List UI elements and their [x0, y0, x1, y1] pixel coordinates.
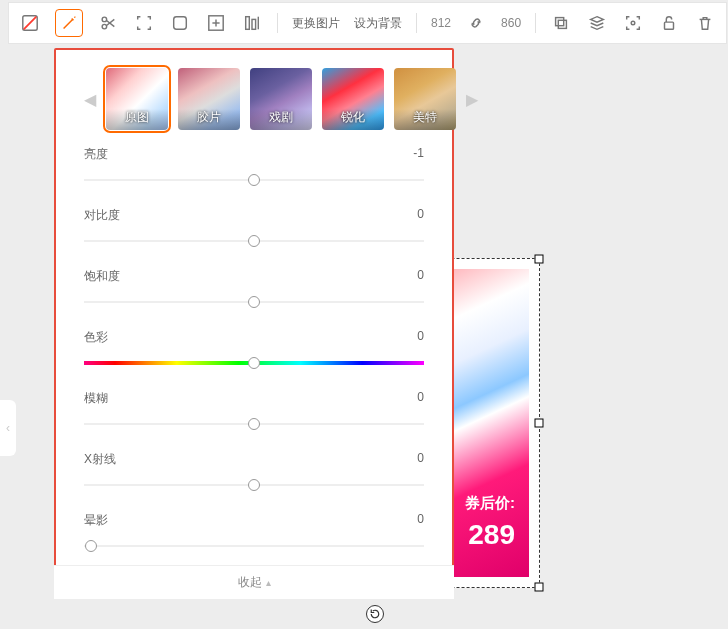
resize-handle-top-right[interactable] [535, 255, 544, 264]
slider-row: 饱和度0 [84, 268, 424, 313]
slider-value: 0 [417, 207, 424, 224]
slider-row: 对比度0 [84, 207, 424, 252]
toolbar-separator [535, 13, 536, 33]
svg-rect-10 [558, 20, 566, 28]
lock-icon[interactable] [658, 12, 680, 34]
slider-label: 对比度 [84, 207, 120, 224]
preset-prev-icon[interactable]: ◀ [84, 90, 96, 109]
rounded-rect-icon[interactable] [169, 12, 191, 34]
preset-thumb[interactable]: 胶片 [178, 68, 240, 130]
slider-label: 晕影 [84, 512, 108, 529]
image-toolbar: 更换图片 设为背景 812 860 [8, 2, 727, 44]
slider-row: X射线0 [84, 451, 424, 496]
svg-line-1 [24, 17, 37, 30]
slider-value: 0 [417, 451, 424, 468]
toolbar-separator [277, 13, 278, 33]
toolbar-separator [416, 13, 417, 33]
preset-thumb[interactable]: 美特 [394, 68, 456, 130]
slider-track[interactable] [84, 169, 424, 191]
chevron-up-icon: ▴ [266, 577, 271, 588]
slider-handle[interactable] [248, 296, 260, 308]
preset-thumb[interactable]: 原图 [106, 68, 168, 130]
delete-icon[interactable] [694, 12, 716, 34]
slider-row: 模糊0 [84, 390, 424, 435]
height-readout[interactable]: 860 [501, 16, 521, 30]
slider-row: 色彩0 [84, 329, 424, 374]
slider-track[interactable] [84, 352, 424, 374]
rotate-handle[interactable] [366, 605, 384, 623]
slider-line [84, 546, 424, 547]
svg-rect-12 [665, 22, 674, 29]
crop-cut-icon[interactable] [97, 12, 119, 34]
slider-handle[interactable] [248, 174, 260, 186]
resize-handle-mid-right[interactable] [535, 419, 544, 428]
align-distribute-icon[interactable] [241, 12, 263, 34]
focus-frame-icon[interactable] [622, 12, 644, 34]
side-drawer-tab[interactable]: ‹ [0, 400, 16, 456]
svg-rect-4 [174, 17, 187, 30]
preset-thumb-label: 原图 [106, 109, 168, 130]
svg-rect-6 [246, 17, 250, 30]
slider-handle[interactable] [85, 540, 97, 552]
slider-label: 饱和度 [84, 268, 120, 285]
svg-rect-7 [252, 19, 256, 29]
canvas-area[interactable]: 券后价: 289 ‹ [0, 0, 728, 629]
slider-value: 0 [417, 329, 424, 346]
slider-value: 0 [417, 390, 424, 407]
slider-handle[interactable] [248, 479, 260, 491]
slider-value: 0 [417, 268, 424, 285]
filter-panel: ◀ 原图胶片戏剧锐化美特 ▶ 亮度-1对比度0饱和度0色彩0模糊0X射线0晕影0… [54, 48, 454, 599]
preset-thumb-label: 美特 [394, 109, 456, 130]
no-style-icon[interactable] [19, 12, 41, 34]
layers-icon[interactable] [586, 12, 608, 34]
set-background-button[interactable]: 设为背景 [354, 15, 402, 32]
stretch-fill-icon[interactable] [205, 12, 227, 34]
slider-label: 色彩 [84, 329, 108, 346]
collapse-label: 收起 [238, 575, 262, 589]
slider-track[interactable] [84, 230, 424, 252]
slider-label: 亮度 [84, 146, 108, 163]
preset-thumb-label: 胶片 [178, 109, 240, 130]
link-dimensions-icon[interactable] [465, 12, 487, 34]
preset-thumb[interactable]: 戏剧 [250, 68, 312, 130]
slider-label: 模糊 [84, 390, 108, 407]
svg-rect-9 [556, 18, 564, 26]
slider-track[interactable] [84, 291, 424, 313]
preset-thumb[interactable]: 锐化 [322, 68, 384, 130]
slider-track[interactable] [84, 474, 424, 496]
slider-value: -1 [413, 146, 424, 163]
replace-image-button[interactable]: 更换图片 [292, 15, 340, 32]
duplicate-icon[interactable] [550, 12, 572, 34]
slider-track[interactable] [84, 413, 424, 435]
preset-thumb-label: 锐化 [322, 109, 384, 130]
slider-handle[interactable] [248, 418, 260, 430]
magic-filter-icon[interactable] [55, 9, 83, 37]
resize-handle-bottom-right[interactable] [535, 583, 544, 592]
corner-select-icon[interactable] [133, 12, 155, 34]
collapse-panel-button[interactable]: 收起▴ [54, 565, 454, 599]
slider-row: 亮度-1 [84, 146, 424, 191]
svg-point-11 [631, 21, 635, 25]
slider-row: 晕影0 [84, 512, 424, 557]
preset-thumb-label: 戏剧 [250, 109, 312, 130]
slider-track[interactable] [84, 535, 424, 557]
slider-handle[interactable] [248, 235, 260, 247]
width-readout[interactable]: 812 [431, 16, 451, 30]
preset-row: ◀ 原图胶片戏剧锐化美特 ▶ [84, 68, 424, 130]
slider-value: 0 [417, 512, 424, 529]
preset-next-icon[interactable]: ▶ [466, 90, 478, 109]
promo-text-label: 券后价: [465, 494, 515, 513]
slider-handle[interactable] [248, 357, 260, 369]
promo-text-price: 289 [468, 519, 515, 551]
slider-label: X射线 [84, 451, 116, 468]
